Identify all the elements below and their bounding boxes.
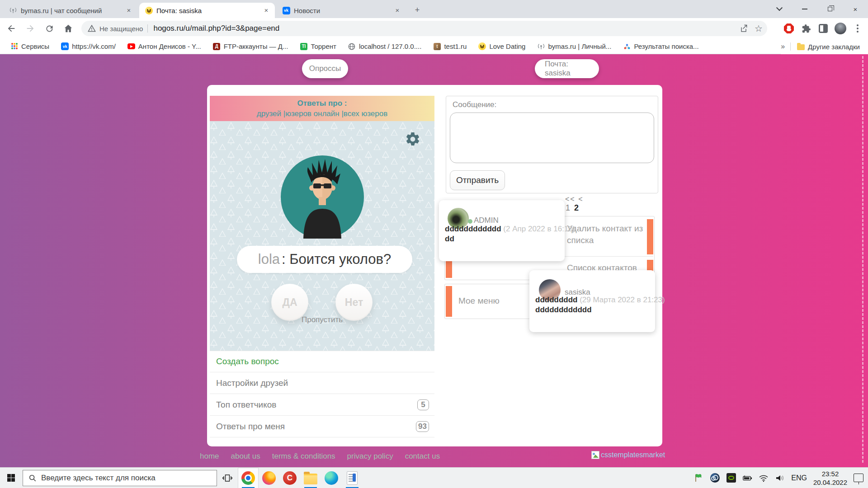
gear-icon[interactable] xyxy=(405,131,421,147)
bookmark-test1[interactable]: t test1.ru xyxy=(429,41,471,52)
menu-item-answers-about-me[interactable]: Ответы про меня 93 xyxy=(210,416,434,437)
taskbar-ccleaner-button[interactable]: C xyxy=(279,468,300,488)
clock-date: 20.04.2022 xyxy=(813,479,847,486)
online-dot-icon xyxy=(468,219,472,224)
clock-time: 23:52 xyxy=(822,470,839,478)
volume-tray-icon[interactable] xyxy=(775,473,785,483)
bookmark-bymas[interactable]: bymas.ru | Личный... xyxy=(533,41,615,52)
message-card-sasiska: sasiska ddddddddd (29 Марта 2022 в 21:23… xyxy=(529,270,655,332)
wifi-tray-icon[interactable] xyxy=(759,473,769,483)
other-bookmarks-folder[interactable]: Другие закладки xyxy=(796,42,861,52)
count-badge: 93 xyxy=(416,421,429,432)
sidebar-extension-icon[interactable] xyxy=(816,22,830,35)
address-bar[interactable]: Не защищено hogos.ru/u/mail.php?id=3&pag… xyxy=(81,21,767,36)
menu-item-friend-settings[interactable]: Настройки друзей xyxy=(210,372,434,394)
footer-link-privacy[interactable]: privacy policy xyxy=(347,452,393,461)
taskbar-edge-button[interactable] xyxy=(321,468,342,488)
new-tab-button[interactable]: + xyxy=(411,5,423,16)
tab-close-icon[interactable]: × xyxy=(393,6,401,14)
taskbar-explorer-button[interactable] xyxy=(300,468,321,488)
message-card-admin: ADMIN dddddddddddd (2 Апр 2022 в 16:10) … xyxy=(439,200,565,261)
bookmark-search-results[interactable]: Результаты поиска... xyxy=(619,41,703,52)
antenna-icon xyxy=(537,42,545,50)
bookmark-services[interactable]: Сервисы xyxy=(6,41,53,52)
windows-taskbar: C ENG 23:52 20.04.2022 xyxy=(0,467,868,488)
profile-avatar[interactable] xyxy=(834,22,847,35)
footer-link-about[interactable]: about us xyxy=(231,452,260,461)
tab-title: Почта: sasiska xyxy=(156,7,259,14)
chrome-menu-icon[interactable] xyxy=(851,22,864,35)
poll-header-filters[interactable]: друзей |юзеров онлайн |всех юзеров xyxy=(257,109,387,118)
footer-link-contact[interactable]: contact us xyxy=(405,452,440,461)
taskbar-firefox-button[interactable] xyxy=(259,468,279,488)
bookmark-vk[interactable]: vk https://vk.com/ xyxy=(57,41,120,52)
question-username[interactable]: lola xyxy=(258,251,280,267)
bookmark-love-dating[interactable]: Love Dating xyxy=(474,41,529,52)
home-icon[interactable] xyxy=(61,21,76,36)
refresh-icon[interactable] xyxy=(42,21,57,36)
smiley-favicon-icon xyxy=(145,6,153,14)
taskbar-search-input[interactable] xyxy=(41,474,204,483)
bookmark-ftp[interactable]: Д FTP-аккаунты — Д... xyxy=(209,41,292,52)
minimize-button[interactable] xyxy=(792,0,817,18)
share-icon[interactable] xyxy=(739,24,748,33)
message-text2: dd xyxy=(445,235,560,244)
page-number-1[interactable]: 1 xyxy=(566,203,570,213)
page-scrollbar[interactable] xyxy=(862,56,863,463)
bookmark-torrent[interactable]: TI Торрент xyxy=(296,41,340,52)
footer-link-terms[interactable]: terms & conditions xyxy=(272,452,335,461)
vk-favicon-icon: vk xyxy=(282,6,290,14)
message-author[interactable]: ADMIN xyxy=(474,216,499,225)
steam-tray-icon[interactable] xyxy=(710,473,720,483)
tab-bymas[interactable]: bymas.ru | чат сообщений × xyxy=(4,3,137,18)
tab-mail-active[interactable]: Почта: sasiska × xyxy=(139,3,275,18)
close-button[interactable]: × xyxy=(843,0,868,18)
send-button[interactable]: Отправить xyxy=(450,170,505,190)
adblock-icon[interactable] xyxy=(782,22,796,35)
tab-close-icon[interactable]: × xyxy=(262,6,270,14)
nav-pill-polls[interactable]: Опроссы xyxy=(302,59,348,78)
poll-body: lola : Боится уколов? ДА Нет Пропустить xyxy=(210,121,434,351)
bookmark-localhost[interactable]: localhost / 127.0.0.... xyxy=(344,41,425,52)
taskbar-chrome-button[interactable] xyxy=(238,468,259,488)
taskbar-search[interactable] xyxy=(23,470,217,486)
message-textarea[interactable] xyxy=(450,113,654,163)
bookmarks-overflow-icon[interactable]: » xyxy=(781,42,785,51)
menu-item-top-responders[interactable]: Топ ответчиков 5 xyxy=(210,394,434,416)
footer-brand[interactable]: csstemplatesmarket xyxy=(591,451,665,459)
taskbar-clock[interactable]: 23:52 20.04.2022 xyxy=(813,469,847,487)
firefox-icon xyxy=(262,471,276,485)
extensions-puzzle-icon[interactable] xyxy=(799,22,813,35)
tab-search-chevron-icon[interactable] xyxy=(767,0,792,18)
bookmark-star-icon[interactable]: ☆ xyxy=(755,23,763,34)
security-label[interactable]: Не защищено xyxy=(99,25,143,33)
battery-tray-icon[interactable] xyxy=(742,473,752,483)
message-form: Сообщение: Отправить xyxy=(446,96,658,193)
vk-icon: vk xyxy=(61,42,69,50)
action-center-icon[interactable] xyxy=(854,474,863,482)
divider xyxy=(790,42,791,51)
edge-icon xyxy=(325,471,338,485)
url-text[interactable]: hogos.ru/u/mail.php?id=3&page=end xyxy=(153,24,279,33)
message-date: (2 Апр 2022 в 16:10) xyxy=(503,225,575,233)
task-view-button[interactable] xyxy=(217,468,238,488)
chrome-icon xyxy=(241,471,255,485)
restore-button[interactable] xyxy=(817,0,843,18)
ccleaner-icon: C xyxy=(283,471,297,485)
nav-pill-mail[interactable]: Почта: sasiska xyxy=(535,59,599,78)
page-number-2-current[interactable]: 2 xyxy=(574,203,579,213)
pager-prev-arrows[interactable]: << < xyxy=(565,195,583,203)
taskbar-notepad-button[interactable] xyxy=(342,468,363,488)
forward-icon[interactable] xyxy=(23,21,38,36)
menu-item-create-question[interactable]: Создать вопрос xyxy=(210,351,434,372)
nvidia-tray-icon[interactable] xyxy=(726,473,736,483)
skip-link[interactable]: Пропустить xyxy=(210,315,434,324)
bookmark-youtube[interactable]: Антон Денисов - Y... xyxy=(123,41,205,52)
language-indicator[interactable]: ENG xyxy=(791,474,807,482)
flag-tray-icon[interactable] xyxy=(693,473,703,483)
tab-news[interactable]: vk Новости × xyxy=(277,3,406,18)
back-icon[interactable] xyxy=(4,21,19,36)
start-button[interactable] xyxy=(0,468,22,488)
footer-link-home[interactable]: home xyxy=(200,452,219,461)
tab-close-icon[interactable]: × xyxy=(125,6,133,14)
